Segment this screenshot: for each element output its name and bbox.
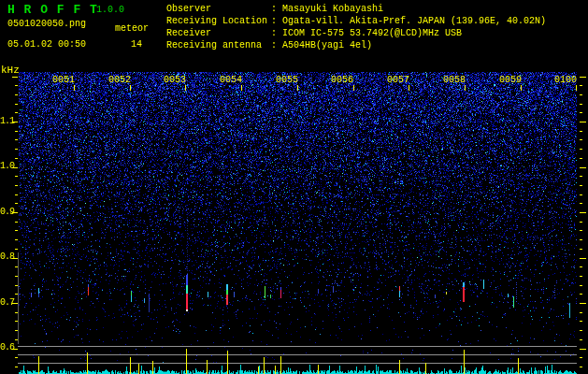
info-label: Receiving Location bbox=[166, 16, 271, 28]
y-tick-label: 0.7 bbox=[0, 297, 14, 308]
x-tick-label: 0052 bbox=[108, 75, 131, 85]
info-label: Receiver bbox=[166, 28, 271, 40]
info-label: Receiving antenna bbox=[166, 40, 271, 52]
info-row-antenna: Receiving antenna: A504HB(yagi 4el) bbox=[166, 40, 546, 52]
x-tick-label: 0056 bbox=[331, 75, 353, 85]
x-tick-label: 0055 bbox=[276, 75, 298, 85]
separator: : bbox=[271, 40, 282, 52]
info-row-location: Receiving Location: Ogata-vill. Akita-Pr… bbox=[166, 16, 546, 28]
info-value: A504HB(yagi 4el) bbox=[282, 40, 372, 52]
app-title: H R O F F T bbox=[7, 4, 98, 16]
info-value: Ogata-vill. Akita-Pref. JAPAN (139.96E, … bbox=[282, 16, 546, 28]
app-version: 1.0.0 bbox=[96, 6, 124, 15]
x-tick-label: 0059 bbox=[499, 75, 522, 85]
x-tick-label: 0053 bbox=[164, 75, 186, 85]
info-label: Observer bbox=[166, 4, 271, 16]
y-tick-label: 0.8 bbox=[0, 252, 14, 262]
mode-label: meteor bbox=[115, 24, 149, 34]
station-info: Observer: Masayuki Kobayashi Receiving L… bbox=[166, 4, 546, 52]
y-tick-label: 0.6 bbox=[0, 342, 14, 352]
x-tick-label: 0054 bbox=[220, 75, 242, 85]
info-value: Masayuki Kobayashi bbox=[282, 4, 383, 16]
output-filename: 0501020050.png bbox=[7, 20, 86, 29]
hrofft-output-image: H R O F F T 1.0.0 0501020050.png meteor … bbox=[0, 0, 588, 374]
info-row-receiver: Receiver: ICOM IC-575 53.7492(@LCD)MHz U… bbox=[166, 28, 546, 40]
x-tick-label: 0100 bbox=[554, 75, 577, 85]
x-tick-label: 0057 bbox=[387, 75, 409, 85]
y-tick-label: 1.1 bbox=[0, 116, 14, 126]
x-tick-label: 0051 bbox=[52, 75, 75, 85]
echo-count: 14 bbox=[131, 40, 142, 50]
separator: : bbox=[271, 28, 282, 40]
info-value: ICOM IC-575 53.7492(@LCD)MHz USB bbox=[282, 28, 462, 40]
spectrogram-canvas bbox=[0, 0, 588, 374]
y-axis-unit-label: kHz bbox=[1, 65, 20, 76]
datetime-label: 05.01.02 00:50 bbox=[7, 40, 86, 50]
y-tick-label: 0.9 bbox=[0, 207, 14, 217]
y-tick-label: 1.0 bbox=[0, 161, 14, 171]
x-tick-label: 0058 bbox=[443, 75, 466, 85]
separator: : bbox=[271, 4, 282, 16]
info-row-observer: Observer: Masayuki Kobayashi bbox=[166, 4, 546, 16]
separator: : bbox=[271, 16, 282, 28]
